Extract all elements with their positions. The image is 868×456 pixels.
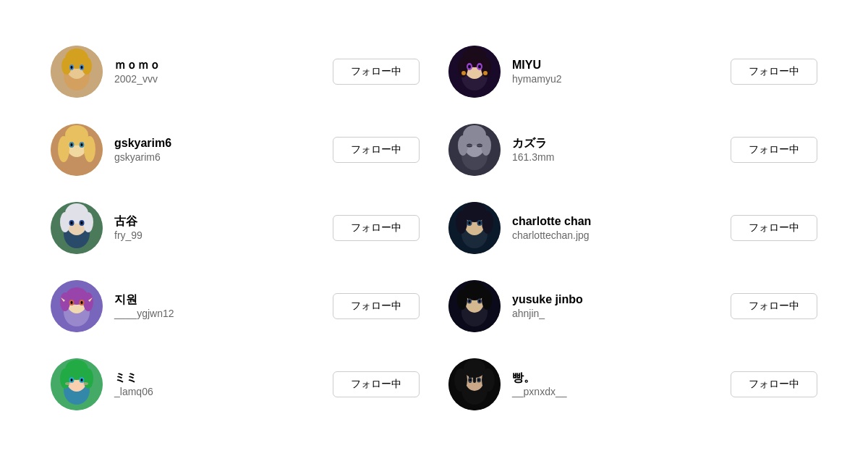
user-info: gskyarim6 gskyarim6 [114, 136, 321, 164]
follow-button[interactable]: フォロー中 [333, 293, 420, 319]
svg-point-60 [469, 221, 471, 224]
user-handle: hymamyu2 [512, 72, 719, 85]
user-name: MIYU [512, 58, 719, 73]
avatar [51, 280, 103, 332]
svg-point-31 [81, 143, 83, 146]
follow-button[interactable]: フォロー中 [731, 137, 817, 163]
svg-point-75 [81, 301, 83, 304]
svg-point-51 [81, 221, 83, 224]
svg-point-16 [461, 71, 466, 75]
avatar [51, 46, 103, 98]
svg-point-104 [454, 368, 467, 392]
user-handle: 161.3mm [512, 151, 719, 164]
user-row: charlotte chan charlottechan.jpg フォロー中 [434, 189, 832, 267]
user-info: カズラ 161.3mm [512, 136, 719, 164]
svg-point-111 [478, 379, 480, 381]
user-info: 古谷 fry_99 [114, 214, 321, 242]
svg-point-87 [479, 300, 481, 303]
user-info: charlotte chan charlottechan.jpg [512, 214, 719, 242]
svg-point-9 [81, 66, 83, 69]
user-row: 빵。 __pxnxdx__ フォロー中 [434, 345, 832, 423]
svg-point-105 [482, 368, 495, 392]
svg-point-110 [469, 379, 472, 381]
svg-point-70 [60, 292, 70, 311]
user-row: gskyarim6 gskyarim6 フォロー中 [36, 111, 434, 189]
svg-point-20 [468, 65, 471, 69]
user-name: yusuke jinbo [512, 292, 719, 308]
svg-point-96 [71, 379, 73, 381]
avatar [448, 280, 501, 332]
svg-point-36 [458, 135, 468, 156]
user-handle: gskyarim6 [114, 151, 321, 164]
user-info: 지원 ____ygjwn12 [114, 292, 321, 321]
svg-point-46 [60, 212, 70, 232]
user-name: 古谷 [114, 214, 321, 229]
user-row: ｍｏｍｏ 2002_vvv フォロー中 [36, 33, 434, 111]
svg-point-21 [478, 65, 481, 69]
follow-button[interactable]: フォロー中 [333, 137, 420, 163]
svg-point-74 [71, 301, 73, 304]
user-name: ミミ [114, 371, 321, 386]
user-row: yusuke jinbo ahnjin_ フォロー中 [434, 267, 832, 345]
follow-button[interactable]: フォロー中 [731, 371, 817, 397]
svg-point-26 [58, 136, 69, 162]
svg-point-93 [83, 368, 93, 389]
user-row: 지원 ____ygjwn12 フォロー中 [36, 267, 434, 345]
user-info: ｍｏｍｏ 2002_vvv [114, 58, 321, 86]
svg-point-37 [481, 135, 491, 156]
user-info: MIYU hymamyu2 [512, 58, 719, 86]
follow-button[interactable]: フォロー中 [333, 371, 420, 397]
user-name: gskyarim6 [114, 136, 321, 151]
svg-point-27 [84, 136, 95, 162]
user-row: ミミ _lamq06 フォロー中 [36, 345, 434, 423]
svg-point-8 [71, 66, 73, 69]
user-name: ｍｏｍｏ [114, 58, 321, 73]
svg-point-83 [482, 290, 492, 310]
svg-point-47 [83, 212, 93, 232]
user-handle: __pxnxdx__ [512, 385, 719, 398]
follow-button[interactable]: フォロー中 [731, 215, 817, 241]
follow-button[interactable]: フォロー中 [731, 293, 817, 319]
avatar [448, 124, 501, 176]
follow-button[interactable]: フォロー中 [333, 215, 420, 241]
user-list: ｍｏｍｏ 2002_vvv フォロー中 [36, 33, 832, 423]
user-row: MIYU hymamyu2 フォロー中 [434, 33, 832, 111]
user-name: charlotte chan [512, 214, 719, 229]
avatar [448, 46, 501, 98]
svg-point-92 [60, 368, 70, 389]
user-handle: fry_99 [114, 229, 321, 242]
svg-point-97 [81, 379, 83, 381]
user-handle: charlottechan.jpg [512, 229, 719, 242]
svg-point-82 [457, 290, 467, 310]
user-handle: ahnjin_ [512, 307, 719, 320]
user-info: ミミ _lamq06 [114, 371, 321, 399]
svg-point-30 [71, 143, 73, 146]
user-name: 빵。 [512, 371, 719, 386]
user-handle: _lamq06 [114, 385, 321, 398]
user-handle: ____ygjwn12 [114, 307, 321, 320]
avatar [448, 202, 501, 254]
user-info: 빵。 __pxnxdx__ [512, 371, 719, 399]
avatar [51, 358, 103, 410]
svg-point-98 [65, 382, 71, 385]
follow-button[interactable]: フォロー中 [333, 59, 420, 85]
svg-point-50 [71, 221, 73, 224]
svg-point-99 [82, 382, 88, 385]
avatar [51, 202, 103, 254]
user-row: 古谷 fry_99 フォロー中 [36, 189, 434, 267]
svg-point-86 [469, 300, 471, 303]
user-info: yusuke jinbo ahnjin_ [512, 292, 719, 321]
user-handle: 2002_vvv [114, 72, 321, 85]
user-row: カズラ 161.3mm フォロー中 [434, 111, 832, 189]
user-name: 지원 [114, 292, 321, 308]
svg-point-71 [83, 292, 93, 311]
svg-point-61 [479, 221, 481, 224]
avatar [448, 358, 501, 410]
avatar [51, 124, 103, 176]
svg-point-17 [483, 71, 488, 75]
svg-point-56 [456, 211, 467, 234]
svg-rect-107 [473, 367, 476, 383]
follow-button[interactable]: フォロー中 [731, 59, 817, 85]
user-name: カズラ [512, 136, 719, 151]
svg-point-57 [482, 211, 493, 234]
